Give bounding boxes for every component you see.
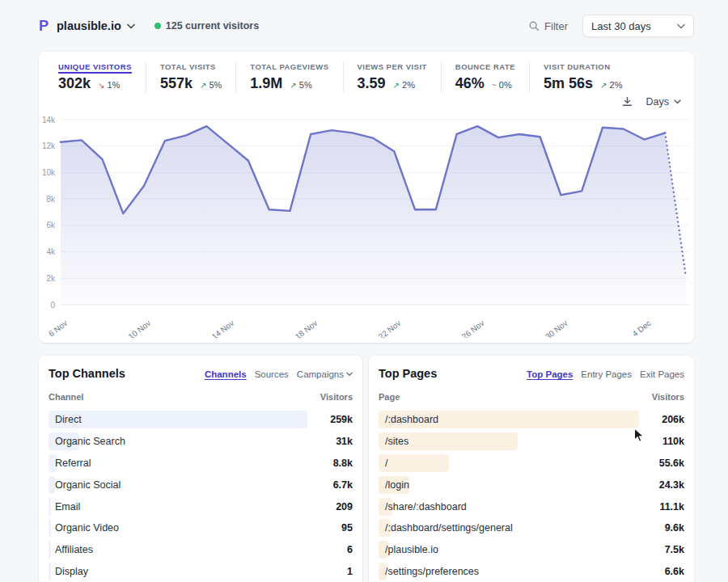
stat-unique-visitors[interactable]: UNIQUE VISITORS 302k↘ 1% xyxy=(58,62,146,92)
stat-label: TOTAL PAGEVIEWS xyxy=(250,62,328,71)
current-visitors[interactable]: 125 current visitors xyxy=(154,20,259,32)
table-row[interactable]: Affiliates 6 xyxy=(49,539,353,561)
stat-bounce-rate[interactable]: BOUNCE RATE 46%~ 0% xyxy=(441,62,529,92)
row-label[interactable]: Organic Social xyxy=(55,479,121,491)
row-bar xyxy=(49,498,51,516)
table-row[interactable]: /sites 110k xyxy=(379,431,684,453)
filter-button[interactable]: Filter xyxy=(529,20,568,32)
table-row[interactable]: /:dashboard/settings/general 9.6k xyxy=(379,517,684,539)
row-label[interactable]: Display xyxy=(55,566,88,577)
row-label[interactable]: /:dashboard xyxy=(385,414,438,425)
row-label[interactable]: /sites xyxy=(385,436,408,447)
date-range-picker[interactable]: Last 30 days xyxy=(582,15,694,37)
row-label[interactable]: Email xyxy=(55,501,80,512)
table-row[interactable]: Email 209 xyxy=(49,496,353,517)
current-visitors-label: 125 current visitors xyxy=(166,20,259,32)
stat-total-pageviews[interactable]: TOTAL PAGEVIEWS 1.9M↗ 5% xyxy=(235,62,342,92)
row-value: 55.6k xyxy=(647,458,684,469)
row-label[interactable]: Referral xyxy=(55,458,91,469)
tab-entry-pages[interactable]: Entry Pages xyxy=(581,369,632,379)
tab-sources[interactable]: Sources xyxy=(255,369,289,379)
trend-arrow-icon: ↗ xyxy=(200,81,206,90)
row-bar-wrap: Organic Video xyxy=(49,519,307,537)
stat-value: 3.59 xyxy=(358,75,386,92)
row-label[interactable]: Organic Search xyxy=(55,436,125,447)
download-icon[interactable] xyxy=(621,95,633,108)
top-bar: P plausible.io 125 current visitors Filt… xyxy=(39,0,694,52)
table-row[interactable]: Organic Video 95 xyxy=(49,517,353,539)
pages-rows: /:dashboard 206k /sites 110k / 55.6k /lo… xyxy=(379,409,684,582)
table-row[interactable]: Referral 8.8k xyxy=(49,453,353,474)
column-header-visitors: Visitors xyxy=(652,392,684,402)
row-value: 11.1k xyxy=(647,501,684,512)
row-bar-wrap: / xyxy=(379,454,639,472)
x-axis-tick-label: 18 Nov xyxy=(294,318,320,338)
tab-top-pages[interactable]: Top Pages xyxy=(527,369,573,379)
channels-rows: Direct 259k Organic Search 31k Referral … xyxy=(49,409,353,582)
table-row[interactable]: /plausible.io 7.5k xyxy=(379,539,684,561)
interval-label: Days xyxy=(646,96,669,108)
row-value: 24.3k xyxy=(647,479,684,491)
filter-label: Filter xyxy=(544,20,568,32)
stat-views-per-visit[interactable]: VIEWS PER VISIT 3.59↗ 2% xyxy=(343,62,441,92)
table-row[interactable]: / 55.6k xyxy=(379,453,684,474)
column-header-visitors: Visitors xyxy=(320,392,353,402)
row-label[interactable]: Direct xyxy=(55,414,82,425)
row-label[interactable]: Organic Video xyxy=(55,522,119,534)
row-bar-wrap: Referral xyxy=(49,454,307,472)
trend-arrow-icon: ~ xyxy=(492,81,497,90)
tab-channels[interactable]: Channels xyxy=(205,369,247,379)
row-bar xyxy=(379,454,449,472)
x-axis-tick-label: 6 Nov xyxy=(47,318,69,338)
row-label[interactable]: /share/:dashboard xyxy=(385,501,467,512)
stat-value: 5m 56s xyxy=(544,75,593,92)
live-dot-icon xyxy=(154,23,161,29)
chevron-down-icon xyxy=(127,23,135,29)
y-axis-tick-label: 12k xyxy=(42,141,56,150)
stat-visit-duration[interactable]: VISIT DURATION 5m 56s↗ 2% xyxy=(529,62,636,92)
table-row[interactable]: Display 1 xyxy=(49,561,353,582)
trend-arrow-icon: ↗ xyxy=(600,81,607,90)
row-value: 6.6k xyxy=(647,566,684,577)
row-bar-wrap: /settings/preferences xyxy=(379,563,639,580)
pages-tabs: Top Pages Entry Pages Exit Pages xyxy=(527,369,684,379)
row-value: 7.5k xyxy=(647,544,684,555)
row-label[interactable]: /login xyxy=(385,479,409,491)
tab-campaigns[interactable]: Campaigns xyxy=(297,369,353,379)
site-switcher[interactable]: plausible.io xyxy=(57,19,135,32)
stat-total-visits[interactable]: TOTAL VISITS 557k↗ 5% xyxy=(146,62,235,92)
row-value: 209 xyxy=(315,501,353,512)
stat-delta: ~ 0% xyxy=(492,80,512,90)
stat-delta: ↗ 2% xyxy=(600,80,622,90)
row-label[interactable]: /plausible.io xyxy=(385,544,438,555)
y-axis-tick-label: 14k xyxy=(42,116,56,124)
stat-label: VISIT DURATION xyxy=(544,62,622,71)
tab-exit-pages[interactable]: Exit Pages xyxy=(640,369,684,379)
table-row[interactable]: /login 24.3k xyxy=(379,474,684,496)
row-bar xyxy=(49,541,51,559)
site-name: plausible.io xyxy=(57,19,121,32)
table-row[interactable]: Direct 259k xyxy=(49,409,353,431)
top-channels-panel: Top Channels Channels Sources Campaigns … xyxy=(39,356,362,582)
row-value: 8.8k xyxy=(315,458,353,469)
table-row[interactable]: Organic Search 31k xyxy=(49,431,353,453)
table-row[interactable]: /:dashboard 206k xyxy=(379,409,684,431)
interval-dropdown[interactable]: Days xyxy=(646,96,681,108)
chevron-down-icon xyxy=(346,372,353,377)
row-label[interactable]: /settings/preferences xyxy=(385,566,479,577)
visitors-chart[interactable]: 02k4k6k8k10k12k14k6 Nov10 Nov14 Nov18 No… xyxy=(39,113,694,340)
stat-value: 1.9M xyxy=(250,75,282,92)
table-row[interactable]: /settings/preferences 6.6k xyxy=(379,561,684,582)
row-bar-wrap: Affiliates xyxy=(49,541,307,559)
row-label[interactable]: / xyxy=(385,458,387,469)
row-label[interactable]: /:dashboard/settings/general xyxy=(385,522,513,534)
row-bar-wrap: Direct xyxy=(49,411,307,428)
table-row[interactable]: Organic Social 6.7k xyxy=(49,474,353,496)
row-label[interactable]: Affiliates xyxy=(55,544,93,555)
stat-delta: ↗ 5% xyxy=(200,80,222,90)
table-row[interactable]: /share/:dashboard 11.1k xyxy=(379,496,684,517)
plausible-logo-icon: P xyxy=(39,19,49,33)
top-pages-panel: Top Pages Top Pages Entry Pages Exit Pag… xyxy=(369,356,694,582)
row-value: 206k xyxy=(647,414,684,425)
row-value: 31k xyxy=(315,436,353,447)
